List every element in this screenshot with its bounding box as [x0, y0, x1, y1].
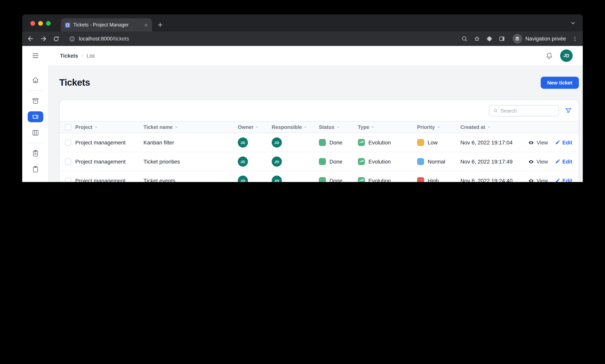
edit-label: Edit	[562, 159, 572, 165]
new-ticket-button[interactable]: New ticket	[540, 77, 579, 89]
edit-label: Edit	[562, 178, 572, 182]
search-input[interactable]	[501, 108, 555, 114]
responsible-avatar[interactable]: JD	[272, 156, 282, 167]
zoom-window-button[interactable]	[46, 21, 51, 26]
back-button[interactable]	[27, 35, 34, 42]
table-header-row: ProjectTicket nameOwnerResponsibleStatus…	[60, 121, 578, 133]
browser-window: Tickets - Project Manager	[22, 14, 583, 182]
view-label: View	[536, 159, 548, 165]
sidebar-item-ticket-statuses[interactable]	[28, 148, 43, 159]
owner-avatar[interactable]: JD	[238, 176, 248, 182]
bookmark-star-icon[interactable]	[473, 35, 480, 42]
bell-icon	[545, 52, 553, 60]
edit-label: Edit	[562, 140, 572, 145]
created-at-cell: Nov 6, 2022 19:17:49	[460, 158, 513, 165]
ticket-name-cell: Ticket priorities	[143, 158, 180, 165]
edit-action[interactable]: Edit	[554, 140, 572, 145]
new-tab-button[interactable]	[157, 21, 164, 28]
row-checkbox[interactable]	[65, 178, 71, 182]
browser-tab[interactable]: Tickets - Project Manager	[61, 18, 152, 32]
type-cell: Evolution	[368, 139, 391, 146]
clipboard-icon	[31, 166, 39, 173]
table-row[interactable]: Project management Ticket events JD JD D…	[60, 171, 578, 182]
priority-swatch	[417, 158, 424, 165]
priority-swatch	[417, 139, 424, 146]
sidebar-item-ticket-priorities[interactable]	[28, 180, 43, 182]
zoom-search-icon[interactable]	[461, 35, 468, 42]
tab-title: Tickets - Project Manager	[73, 22, 140, 28]
status-cell: Done	[330, 139, 343, 146]
eye-icon	[528, 178, 534, 182]
table-row[interactable]: Project management Ticket priorities JD …	[60, 152, 578, 171]
owner-avatar[interactable]: JD	[238, 137, 248, 148]
project-cell: Project management	[75, 139, 125, 146]
project-cell: Project management	[75, 178, 125, 182]
pencil-icon	[554, 140, 560, 145]
close-window-button[interactable]	[30, 21, 35, 26]
sidebar-item-ticket-types[interactable]	[28, 164, 43, 175]
search-icon	[493, 108, 498, 113]
browser-menu-icon[interactable]	[572, 36, 578, 42]
column-header-project[interactable]: Project	[75, 124, 143, 130]
sidebar-item-kanban[interactable]	[28, 127, 43, 138]
priority-cell: High	[428, 178, 439, 182]
responsible-avatar[interactable]: JD	[272, 137, 282, 148]
column-header-created-at[interactable]: Created at	[460, 124, 533, 130]
sidebar-item-projects[interactable]	[28, 95, 43, 106]
row-checkbox[interactable]	[65, 158, 71, 165]
address-bar[interactable]: localhost:8000/tickets	[69, 36, 457, 42]
type-cell: Evolution	[368, 158, 391, 165]
column-header-ticket-name[interactable]: Ticket name	[143, 124, 238, 130]
table-row[interactable]: Project management Kanban filter JD JD D…	[60, 133, 578, 152]
row-checkbox[interactable]	[65, 139, 71, 146]
edit-action[interactable]: Edit	[554, 178, 572, 182]
filter-funnel-icon	[565, 107, 572, 114]
eye-icon	[528, 159, 534, 165]
home-icon	[31, 76, 39, 84]
filter-button[interactable]	[565, 107, 572, 114]
browser-tabstrip: Tickets - Project Manager	[22, 14, 583, 32]
forward-button[interactable]	[40, 35, 47, 42]
sidebar-item-dashboard[interactable]	[28, 75, 43, 86]
minimize-window-button[interactable]	[38, 21, 43, 26]
type-swatch	[358, 177, 365, 182]
columns-icon	[31, 129, 39, 137]
column-header-type[interactable]: Type	[358, 124, 417, 130]
breadcrumb: Tickets / List	[60, 53, 95, 59]
select-all-checkbox[interactable]	[65, 124, 71, 130]
edit-action[interactable]: Edit	[554, 159, 572, 165]
view-action[interactable]: View	[528, 140, 548, 145]
priority-cell: Low	[428, 139, 438, 146]
tab-search-chevron-icon[interactable]	[570, 19, 577, 26]
priority-cell: Normal	[428, 158, 445, 165]
breadcrumb-separator: /	[82, 53, 83, 59]
sidebar	[22, 65, 49, 182]
sidebar-item-tickets[interactable]	[28, 111, 43, 122]
column-header-responsible[interactable]: Responsible	[272, 124, 319, 130]
tab-close-icon[interactable]	[143, 22, 149, 27]
profile-label: Navigation privée	[525, 36, 566, 42]
trending-up-icon	[359, 140, 364, 145]
breadcrumb-tickets[interactable]: Tickets	[60, 53, 78, 59]
column-header-status[interactable]: Status	[319, 124, 358, 130]
status-swatch	[319, 177, 326, 182]
owner-avatar[interactable]: JD	[238, 156, 248, 167]
profile-chip[interactable]: Navigation privée	[512, 34, 566, 44]
side-panel-icon[interactable]	[498, 35, 505, 42]
archive-box-icon	[31, 97, 39, 105]
responsible-avatar[interactable]: JD	[272, 176, 282, 182]
extensions-puzzle-icon[interactable]	[486, 35, 493, 42]
eye-icon	[528, 140, 534, 145]
reload-button[interactable]	[53, 35, 60, 42]
site-info-icon[interactable]	[69, 36, 75, 42]
notifications-button[interactable]	[545, 52, 553, 60]
column-header-owner[interactable]: Owner	[238, 124, 272, 130]
status-cell: Done	[330, 158, 343, 165]
search-box	[489, 105, 559, 116]
view-action[interactable]: View	[528, 159, 548, 165]
column-header-priority[interactable]: Priority	[417, 124, 460, 130]
url-path: /tickets	[113, 36, 129, 42]
view-action[interactable]: View	[528, 178, 548, 182]
sidebar-toggle-button[interactable]	[32, 52, 39, 60]
user-avatar[interactable]: JD	[560, 50, 573, 62]
